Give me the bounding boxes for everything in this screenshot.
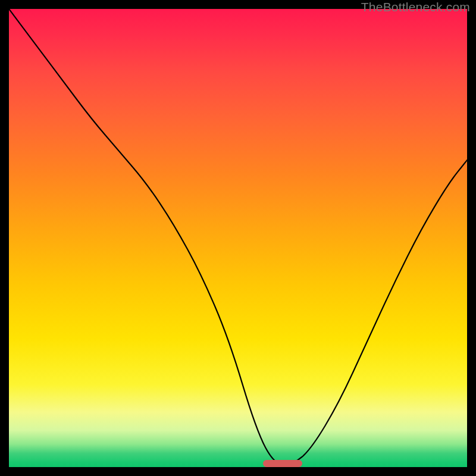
chart-frame: TheBottleneck.com — [0, 0, 476, 476]
plot-area — [9, 9, 467, 467]
bottleneck-curve — [9, 9, 467, 467]
watermark-text: TheBottleneck.com — [361, 0, 470, 14]
minimum-marker — [263, 460, 302, 467]
